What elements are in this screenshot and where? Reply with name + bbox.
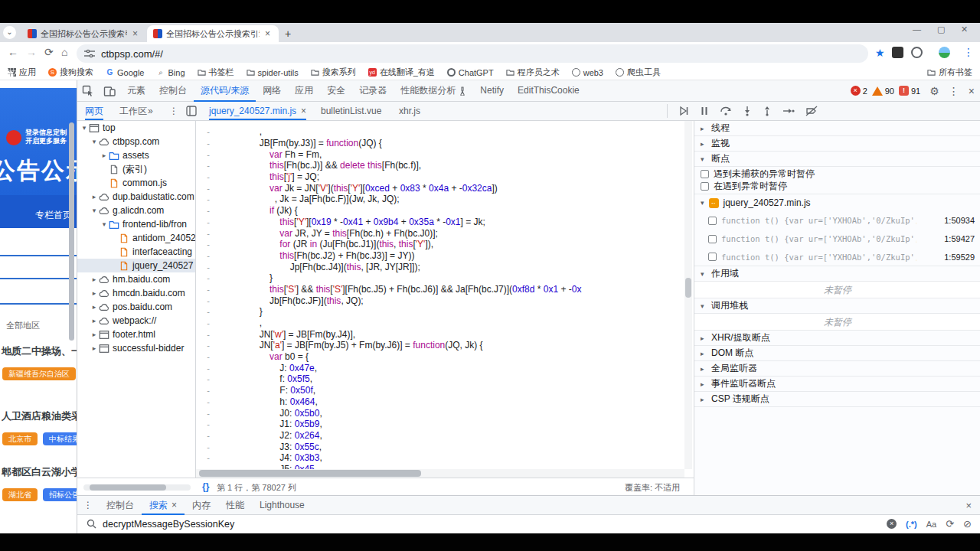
chrome-menu-icon[interactable]: ⋮: [963, 46, 974, 58]
gutter-line-marker[interactable]: -: [196, 330, 216, 339]
bookmark-all-bookmarks[interactable]: 所有书签: [927, 67, 972, 78]
scrollbar-thumb[interactable]: [685, 278, 691, 298]
gutter-line-marker[interactable]: -: [196, 172, 216, 181]
window-maximize-button[interactable]: ▢: [937, 24, 945, 34]
tree-item-ctbpsp[interactable]: ▾ctbpsp.com: [77, 135, 195, 148]
step-icon[interactable]: [782, 106, 795, 116]
navigator-menu-icon[interactable]: ⋮: [169, 102, 178, 120]
caret-down-icon[interactable]: ▾: [80, 124, 88, 132]
gutter-line-marker[interactable]: -: [196, 453, 216, 462]
drawer-tab-search[interactable]: 搜索×: [142, 496, 185, 515]
bookmark-sogou[interactable]: S搜狗搜索: [48, 67, 93, 78]
pause-on-uncaught-row[interactable]: 遇到未捕获的异常时暂停: [694, 167, 980, 181]
new-tab-button[interactable]: +: [285, 28, 291, 40]
file-tab-xhr[interactable]: xhr.js: [399, 102, 420, 120]
caret-right-icon[interactable]: ▸: [90, 317, 98, 324]
gutter-line-marker[interactable]: -: [196, 296, 216, 305]
drawer-close-icon[interactable]: ×: [965, 500, 980, 511]
checkbox[interactable]: [708, 235, 717, 243]
tab-security[interactable]: 安全: [320, 80, 352, 102]
tree-item-pos-baidu[interactable]: ▸pos.baidu.com: [77, 300, 195, 314]
browser-tab-inactive[interactable]: 全国招标公告公示搜索引擎-中… ×: [21, 25, 144, 42]
close-icon[interactable]: ×: [132, 28, 138, 39]
bookmark-spider-tools[interactable]: 爬虫工具: [616, 67, 661, 78]
gutter-line-marker[interactable]: -: [196, 364, 216, 373]
bookmark-star-icon[interactable]: ★: [875, 47, 885, 59]
tree-item-common-js[interactable]: common.js: [77, 176, 195, 190]
tab-editthiscookie[interactable]: EditThisCookie: [511, 80, 586, 102]
tree-item-antidom[interactable]: antidom_24052: [77, 231, 195, 245]
window-close-button[interactable]: ✕: [961, 24, 968, 34]
tree-item-assets[interactable]: ▸assets: [77, 148, 195, 162]
gutter-line-marker[interactable]: -: [196, 251, 216, 260]
code-editor[interactable]: - ,- JB[Fm(by.J3)] = function(JQ) {- var…: [196, 121, 684, 469]
code-editor-lines[interactable]: - ,- JB[Fm(by.J3)] = function(JQ) {- var…: [196, 126, 581, 469]
search-input[interactable]: [103, 519, 730, 530]
bookmark-folder-chengxuyuan[interactable]: 程序员之术: [506, 67, 560, 78]
editor-vertical-scrollbar[interactable]: [684, 121, 692, 469]
gutter-line-marker[interactable]: -: [196, 229, 216, 238]
tab-search-icon[interactable]: ⌄: [3, 26, 16, 39]
clear-results-icon[interactable]: ⊘: [963, 518, 972, 530]
bookmark-youdao[interactable]: yd在线翻译_有道: [368, 67, 435, 78]
gutter-line-marker[interactable]: -: [196, 150, 216, 159]
profile-avatar[interactable]: [939, 47, 950, 58]
section-callstack[interactable]: ▾调用堆栈: [694, 298, 980, 314]
bulletin-title[interactable]: 郫都区白云湖小学: [2, 465, 77, 479]
refresh-search-icon[interactable]: ⟳: [946, 518, 954, 530]
caret-right-icon[interactable]: ▸: [90, 276, 98, 283]
section-watch[interactable]: ▸监视: [694, 136, 980, 152]
checkbox[interactable]: [708, 253, 717, 261]
breakpoint-location[interactable]: 1:50934: [944, 216, 975, 225]
window-minimize-button[interactable]: —: [913, 24, 921, 34]
tree-item-g-alicdn[interactable]: ▾g.alicdn.com: [77, 204, 195, 217]
caret-down-icon[interactable]: ▾: [90, 138, 98, 145]
gutter-line-marker[interactable]: -: [196, 139, 216, 148]
url-text[interactable]: ctbpsp.com/#/: [101, 48, 163, 60]
gutter-line-marker[interactable]: -: [196, 240, 216, 249]
extensions-puzzle-icon[interactable]: [911, 47, 923, 58]
bulletin-title[interactable]: 人卫酒店粮油类采购: [2, 409, 77, 423]
pause-icon[interactable]: [700, 106, 709, 116]
pane-tab-workspace[interactable]: 工作区: [119, 102, 147, 120]
address-bar[interactable]: ctbpsp.com/#/: [77, 44, 868, 63]
gutter-line-marker[interactable]: -: [196, 341, 216, 350]
close-icon[interactable]: ×: [301, 102, 306, 120]
gutter-line-marker[interactable]: -: [196, 409, 216, 418]
gutter-line-marker[interactable]: -: [196, 397, 216, 406]
tree-item-hm-baidu[interactable]: ▸hm.baidu.com: [77, 272, 195, 286]
gutter-line-marker[interactable]: -: [196, 217, 216, 227]
devtools-close-icon[interactable]: ×: [969, 85, 975, 97]
section-global-listeners[interactable]: ▸全局监听器: [694, 361, 980, 377]
drawer-menu-icon[interactable]: ⋮: [77, 500, 99, 510]
gutter-line-marker[interactable]: -: [196, 442, 216, 452]
step-into-icon[interactable]: [743, 106, 752, 116]
caret-down-icon[interactable]: ▾: [90, 207, 98, 214]
tab-netify[interactable]: Netify: [473, 80, 511, 102]
issues-count[interactable]: !91: [899, 86, 920, 96]
devtools-menu-icon[interactable]: ⋮: [949, 85, 959, 97]
bookmark-folder-sousuoxilie[interactable]: 搜索系列: [311, 67, 356, 78]
gutter-line-marker[interactable]: -: [196, 431, 216, 440]
bookmark-web3[interactable]: web3: [572, 68, 603, 77]
device-toolbar-icon[interactable]: [103, 85, 116, 97]
bookmark-folder-shuqianlan[interactable]: 书签栏: [198, 67, 234, 78]
gutter-line-marker[interactable]: -: [196, 307, 216, 316]
checkbox[interactable]: [701, 170, 709, 178]
tree-item-index[interactable]: (索引): [77, 162, 195, 176]
tree-item-footer-html[interactable]: ▸footer.html: [77, 328, 195, 341]
gutter-line-marker[interactable]: -: [196, 273, 216, 282]
gutter-line-marker[interactable]: -: [196, 386, 216, 395]
checkbox[interactable]: [701, 182, 709, 191]
tab-network[interactable]: 网络: [256, 80, 288, 102]
step-out-icon[interactable]: [763, 106, 772, 116]
checkbox[interactable]: [708, 217, 717, 225]
gutter-line-marker[interactable]: -: [196, 419, 216, 429]
breakpoint-entry[interactable]: function t() {var ur=['YXHOAb','0/ZkuIp'…: [694, 230, 980, 248]
gutter-line-marker[interactable]: -: [196, 352, 216, 361]
tree-item-top[interactable]: ▾top: [77, 121, 195, 135]
tab-console[interactable]: 控制台: [152, 80, 194, 102]
warning-count[interactable]: 90: [872, 86, 894, 96]
drawer-tab-memory[interactable]: 内存: [185, 496, 218, 515]
bookmark-google[interactable]: GGoogle: [106, 68, 144, 77]
